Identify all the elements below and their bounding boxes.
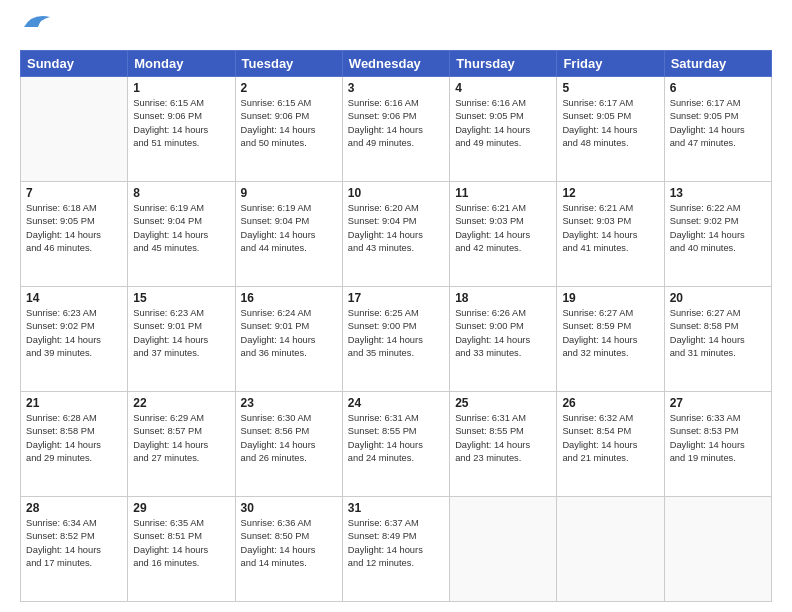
weekday-header-row: SundayMondayTuesdayWednesdayThursdayFrid… xyxy=(21,51,772,77)
day-number: 23 xyxy=(241,396,337,410)
day-info: Sunrise: 6:34 AM Sunset: 8:52 PM Dayligh… xyxy=(26,517,122,571)
day-info: Sunrise: 6:23 AM Sunset: 9:02 PM Dayligh… xyxy=(26,307,122,361)
day-number: 26 xyxy=(562,396,658,410)
calendar-cell: 19Sunrise: 6:27 AM Sunset: 8:59 PM Dayli… xyxy=(557,287,664,392)
week-row-1: 1Sunrise: 6:15 AM Sunset: 9:06 PM Daylig… xyxy=(21,77,772,182)
calendar-cell: 11Sunrise: 6:21 AM Sunset: 9:03 PM Dayli… xyxy=(450,182,557,287)
day-number: 29 xyxy=(133,501,229,515)
day-info: Sunrise: 6:30 AM Sunset: 8:56 PM Dayligh… xyxy=(241,412,337,466)
calendar-cell: 30Sunrise: 6:36 AM Sunset: 8:50 PM Dayli… xyxy=(235,497,342,602)
weekday-header-friday: Friday xyxy=(557,51,664,77)
day-number: 31 xyxy=(348,501,444,515)
week-row-2: 7Sunrise: 6:18 AM Sunset: 9:05 PM Daylig… xyxy=(21,182,772,287)
day-info: Sunrise: 6:23 AM Sunset: 9:01 PM Dayligh… xyxy=(133,307,229,361)
day-info: Sunrise: 6:19 AM Sunset: 9:04 PM Dayligh… xyxy=(241,202,337,256)
day-info: Sunrise: 6:20 AM Sunset: 9:04 PM Dayligh… xyxy=(348,202,444,256)
calendar-cell: 20Sunrise: 6:27 AM Sunset: 8:58 PM Dayli… xyxy=(664,287,771,392)
day-number: 27 xyxy=(670,396,766,410)
weekday-header-monday: Monday xyxy=(128,51,235,77)
weekday-header-tuesday: Tuesday xyxy=(235,51,342,77)
calendar-cell: 3Sunrise: 6:16 AM Sunset: 9:06 PM Daylig… xyxy=(342,77,449,182)
day-number: 30 xyxy=(241,501,337,515)
day-number: 4 xyxy=(455,81,551,95)
day-number: 5 xyxy=(562,81,658,95)
calendar-cell: 22Sunrise: 6:29 AM Sunset: 8:57 PM Dayli… xyxy=(128,392,235,497)
day-info: Sunrise: 6:28 AM Sunset: 8:58 PM Dayligh… xyxy=(26,412,122,466)
day-number: 13 xyxy=(670,186,766,200)
day-number: 10 xyxy=(348,186,444,200)
logo xyxy=(20,18,52,40)
day-info: Sunrise: 6:31 AM Sunset: 8:55 PM Dayligh… xyxy=(348,412,444,466)
calendar-cell xyxy=(450,497,557,602)
calendar-cell xyxy=(664,497,771,602)
day-info: Sunrise: 6:32 AM Sunset: 8:54 PM Dayligh… xyxy=(562,412,658,466)
day-number: 9 xyxy=(241,186,337,200)
day-number: 11 xyxy=(455,186,551,200)
day-info: Sunrise: 6:33 AM Sunset: 8:53 PM Dayligh… xyxy=(670,412,766,466)
calendar-cell: 18Sunrise: 6:26 AM Sunset: 9:00 PM Dayli… xyxy=(450,287,557,392)
calendar-cell: 27Sunrise: 6:33 AM Sunset: 8:53 PM Dayli… xyxy=(664,392,771,497)
calendar-cell: 14Sunrise: 6:23 AM Sunset: 9:02 PM Dayli… xyxy=(21,287,128,392)
calendar-cell: 9Sunrise: 6:19 AM Sunset: 9:04 PM Daylig… xyxy=(235,182,342,287)
day-number: 7 xyxy=(26,186,122,200)
day-info: Sunrise: 6:36 AM Sunset: 8:50 PM Dayligh… xyxy=(241,517,337,571)
day-info: Sunrise: 6:22 AM Sunset: 9:02 PM Dayligh… xyxy=(670,202,766,256)
day-number: 19 xyxy=(562,291,658,305)
calendar-cell: 29Sunrise: 6:35 AM Sunset: 8:51 PM Dayli… xyxy=(128,497,235,602)
day-info: Sunrise: 6:27 AM Sunset: 8:58 PM Dayligh… xyxy=(670,307,766,361)
calendar-cell: 10Sunrise: 6:20 AM Sunset: 9:04 PM Dayli… xyxy=(342,182,449,287)
calendar-cell: 31Sunrise: 6:37 AM Sunset: 8:49 PM Dayli… xyxy=(342,497,449,602)
day-info: Sunrise: 6:21 AM Sunset: 9:03 PM Dayligh… xyxy=(455,202,551,256)
week-row-5: 28Sunrise: 6:34 AM Sunset: 8:52 PM Dayli… xyxy=(21,497,772,602)
day-number: 18 xyxy=(455,291,551,305)
calendar-cell: 2Sunrise: 6:15 AM Sunset: 9:06 PM Daylig… xyxy=(235,77,342,182)
day-info: Sunrise: 6:16 AM Sunset: 9:06 PM Dayligh… xyxy=(348,97,444,151)
day-info: Sunrise: 6:25 AM Sunset: 9:00 PM Dayligh… xyxy=(348,307,444,361)
day-number: 3 xyxy=(348,81,444,95)
day-info: Sunrise: 6:31 AM Sunset: 8:55 PM Dayligh… xyxy=(455,412,551,466)
day-number: 6 xyxy=(670,81,766,95)
day-number: 8 xyxy=(133,186,229,200)
calendar-cell: 4Sunrise: 6:16 AM Sunset: 9:05 PM Daylig… xyxy=(450,77,557,182)
day-info: Sunrise: 6:17 AM Sunset: 9:05 PM Dayligh… xyxy=(670,97,766,151)
day-number: 20 xyxy=(670,291,766,305)
calendar-cell: 17Sunrise: 6:25 AM Sunset: 9:00 PM Dayli… xyxy=(342,287,449,392)
day-info: Sunrise: 6:37 AM Sunset: 8:49 PM Dayligh… xyxy=(348,517,444,571)
day-info: Sunrise: 6:29 AM Sunset: 8:57 PM Dayligh… xyxy=(133,412,229,466)
calendar-cell: 26Sunrise: 6:32 AM Sunset: 8:54 PM Dayli… xyxy=(557,392,664,497)
day-number: 22 xyxy=(133,396,229,410)
day-info: Sunrise: 6:27 AM Sunset: 8:59 PM Dayligh… xyxy=(562,307,658,361)
day-number: 14 xyxy=(26,291,122,305)
day-info: Sunrise: 6:35 AM Sunset: 8:51 PM Dayligh… xyxy=(133,517,229,571)
day-info: Sunrise: 6:16 AM Sunset: 9:05 PM Dayligh… xyxy=(455,97,551,151)
day-info: Sunrise: 6:15 AM Sunset: 9:06 PM Dayligh… xyxy=(241,97,337,151)
calendar-cell xyxy=(21,77,128,182)
logo-wing-icon xyxy=(22,9,52,39)
calendar-cell: 28Sunrise: 6:34 AM Sunset: 8:52 PM Dayli… xyxy=(21,497,128,602)
page: SundayMondayTuesdayWednesdayThursdayFrid… xyxy=(0,0,792,612)
day-info: Sunrise: 6:26 AM Sunset: 9:00 PM Dayligh… xyxy=(455,307,551,361)
day-number: 25 xyxy=(455,396,551,410)
day-info: Sunrise: 6:24 AM Sunset: 9:01 PM Dayligh… xyxy=(241,307,337,361)
day-number: 21 xyxy=(26,396,122,410)
calendar-cell: 1Sunrise: 6:15 AM Sunset: 9:06 PM Daylig… xyxy=(128,77,235,182)
weekday-header-sunday: Sunday xyxy=(21,51,128,77)
calendar: SundayMondayTuesdayWednesdayThursdayFrid… xyxy=(20,50,772,602)
day-number: 12 xyxy=(562,186,658,200)
calendar-cell: 7Sunrise: 6:18 AM Sunset: 9:05 PM Daylig… xyxy=(21,182,128,287)
calendar-cell: 25Sunrise: 6:31 AM Sunset: 8:55 PM Dayli… xyxy=(450,392,557,497)
calendar-cell: 16Sunrise: 6:24 AM Sunset: 9:01 PM Dayli… xyxy=(235,287,342,392)
calendar-cell: 5Sunrise: 6:17 AM Sunset: 9:05 PM Daylig… xyxy=(557,77,664,182)
calendar-cell: 12Sunrise: 6:21 AM Sunset: 9:03 PM Dayli… xyxy=(557,182,664,287)
week-row-3: 14Sunrise: 6:23 AM Sunset: 9:02 PM Dayli… xyxy=(21,287,772,392)
day-info: Sunrise: 6:21 AM Sunset: 9:03 PM Dayligh… xyxy=(562,202,658,256)
day-info: Sunrise: 6:17 AM Sunset: 9:05 PM Dayligh… xyxy=(562,97,658,151)
calendar-cell: 21Sunrise: 6:28 AM Sunset: 8:58 PM Dayli… xyxy=(21,392,128,497)
calendar-cell: 13Sunrise: 6:22 AM Sunset: 9:02 PM Dayli… xyxy=(664,182,771,287)
weekday-header-saturday: Saturday xyxy=(664,51,771,77)
calendar-cell xyxy=(557,497,664,602)
weekday-header-thursday: Thursday xyxy=(450,51,557,77)
day-info: Sunrise: 6:19 AM Sunset: 9:04 PM Dayligh… xyxy=(133,202,229,256)
day-number: 16 xyxy=(241,291,337,305)
day-number: 2 xyxy=(241,81,337,95)
